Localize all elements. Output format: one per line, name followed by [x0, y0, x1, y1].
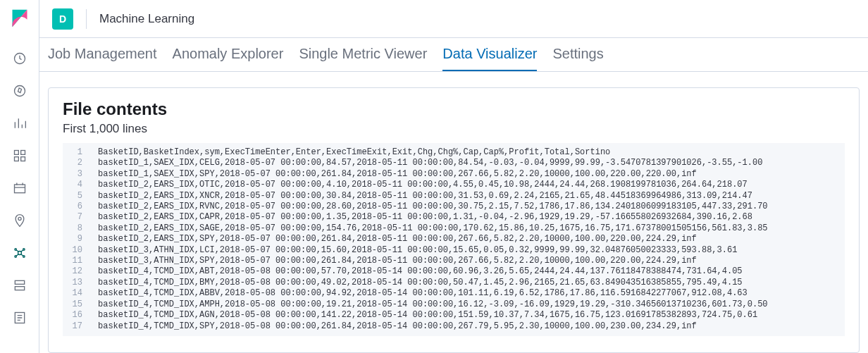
line-number: 13 — [63, 278, 98, 288]
file-line: 10basketID_3,ATHN_IDX,LCI,2018-05-07 00:… — [63, 245, 845, 256]
space-selector[interactable]: D — [52, 8, 73, 30]
line-number: 8 — [63, 223, 98, 234]
line-number: 5 — [63, 191, 98, 202]
svg-rect-4 — [14, 157, 18, 161]
logs-icon[interactable] — [12, 310, 27, 326]
file-line: 12basketID_4,TCMD_IDX,ABT,2018-05-08 00:… — [63, 266, 845, 277]
line-number: 12 — [63, 266, 98, 277]
svg-rect-2 — [14, 151, 18, 155]
discover-icon[interactable] — [12, 83, 27, 99]
line-text: basketID_1,SAEX_IDX,SPY,2018-05-07 00:00… — [98, 169, 697, 180]
recently-viewed-icon[interactable] — [12, 51, 27, 66]
file-line: 5basketID_2,EARS_IDX,XNCR,2018-05-07 00:… — [63, 191, 845, 202]
file-line: 11basketID_3,ATHN_IDX,SPY,2018-05-07 00:… — [63, 256, 845, 266]
file-contents-panel: File contents First 1,000 lines 1BasketI… — [48, 87, 860, 353]
file-line: 17basketID_4,TCMD_IDX,SPY,2018-05-08 00:… — [63, 321, 845, 332]
tab-data-visualizer[interactable]: Data Visualizer — [442, 38, 537, 71]
line-number: 3 — [63, 169, 98, 180]
tab-settings[interactable]: Settings — [552, 38, 603, 71]
file-line: 3basketID_1,SAEX_IDX,SPY,2018-05-07 00:0… — [63, 169, 845, 180]
main-area: D Machine Learning Job ManagementAnomaly… — [39, 0, 868, 353]
svg-point-1 — [14, 86, 25, 97]
file-line: 15basketID_4,TCMD_IDX,AMPH,2018-05-08 00… — [63, 299, 845, 310]
line-text: basketID_1,SAEX_IDX,CELG,2018-05-07 00:0… — [98, 158, 762, 168]
line-number: 4 — [63, 180, 98, 190]
line-text: basketID_3,ATHN_IDX,LCI,2018-05-07 00:00… — [98, 245, 737, 256]
file-line: 9basketID_2,EARS_IDX,SPY,2018-05-07 00:0… — [63, 234, 845, 244]
content-area: File contents First 1,000 lines 1BasketI… — [39, 72, 868, 353]
file-line: 1BasketID,BasketIndex,sym,ExecTimeEnter,… — [63, 147, 845, 158]
line-text: basketID_4,TCMD_IDX,ABBV,2018-05-08 00:0… — [98, 288, 748, 299]
svg-point-7 — [18, 217, 20, 220]
line-text: basketID_2,EARS_IDX,XNCR,2018-05-07 00:0… — [98, 191, 752, 202]
file-line: 16basketID_4,TCMD_IDX,AGN,2018-05-08 00:… — [63, 310, 845, 321]
file-line: 2basketID_1,SAEX_IDX,CELG,2018-05-07 00:… — [63, 158, 845, 168]
file-contents-code: 1BasketID,BasketIndex,sym,ExecTimeEnter,… — [63, 143, 845, 336]
line-number: 16 — [63, 310, 98, 321]
infrastructure-icon[interactable] — [12, 278, 27, 293]
ml-tabs: Job ManagementAnomaly ExplorerSingle Met… — [39, 38, 868, 72]
tab-anomaly-explorer[interactable]: Anomaly Explorer — [173, 38, 284, 71]
line-text: basketID_2,EARS_IDX,CAPR,2018-05-07 00:0… — [98, 212, 752, 223]
line-text: basketID_4,TCMD_IDX,ABT,2018-05-08 00:00… — [98, 266, 743, 277]
file-line: 7basketID_2,EARS_IDX,CAPR,2018-05-07 00:… — [63, 212, 845, 223]
maps-icon[interactable] — [12, 213, 27, 228]
global-nav-sidebar — [0, 0, 39, 353]
svg-rect-5 — [20, 157, 25, 161]
machine-learning-icon[interactable] — [12, 245, 27, 261]
tab-job-management[interactable]: Job Management — [48, 38, 157, 71]
line-text: basketID_2,EARS_IDX,SPY,2018-05-07 00:00… — [98, 234, 697, 244]
svg-rect-14 — [15, 287, 24, 290]
line-number: 15 — [63, 299, 98, 310]
line-text: basketID_4,TCMD_IDX,BMY,2018-05-08 00:00… — [98, 278, 743, 288]
line-number: 14 — [63, 288, 98, 299]
line-text: basketID_2,EARS_IDX,RVNC,2018-05-07 00:0… — [98, 202, 768, 212]
topbar-divider — [86, 9, 87, 29]
line-text: basketID_4,TCMD_IDX,SPY,2018-05-08 00:00… — [98, 321, 697, 332]
line-number: 11 — [63, 256, 98, 266]
file-line: 14basketID_4,TCMD_IDX,ABBV,2018-05-08 00… — [63, 288, 845, 299]
svg-rect-6 — [14, 185, 25, 193]
line-text: basketID_2,EARS_IDX,OTIC,2018-05-07 00:0… — [98, 180, 748, 190]
line-number: 7 — [63, 212, 98, 223]
dashboard-icon[interactable] — [12, 148, 27, 163]
line-text: basketID_3,ATHN_IDX,SPY,2018-05-07 00:00… — [98, 256, 697, 266]
file-line: 8basketID_2,EARS_IDX,SAGE,2018-05-07 00:… — [63, 223, 845, 234]
line-text: BasketID,BasketIndex,sym,ExecTimeEnter,E… — [98, 147, 610, 158]
svg-rect-13 — [15, 280, 24, 284]
line-text: basketID_2,EARS_IDX,SAGE,2018-05-07 00:0… — [98, 223, 768, 234]
line-number: 6 — [63, 202, 98, 212]
line-text: basketID_4,TCMD_IDX,AMPH,2018-05-08 00:0… — [98, 299, 768, 310]
app-title: Machine Learning — [99, 12, 194, 26]
kibana-logo[interactable] — [10, 8, 30, 28]
file-line: 6basketID_2,EARS_IDX,RVNC,2018-05-07 00:… — [63, 202, 845, 212]
panel-title: File contents — [63, 99, 845, 119]
file-line: 13basketID_4,TCMD_IDX,BMY,2018-05-08 00:… — [63, 278, 845, 288]
panel-subtitle: First 1,000 lines — [63, 122, 845, 136]
file-line: 4basketID_2,EARS_IDX,OTIC,2018-05-07 00:… — [63, 180, 845, 190]
line-number: 10 — [63, 245, 98, 256]
svg-rect-3 — [20, 151, 25, 155]
tab-single-metric-viewer[interactable]: Single Metric Viewer — [299, 38, 427, 71]
visualize-icon[interactable] — [12, 116, 27, 131]
line-number: 2 — [63, 158, 98, 168]
topbar: D Machine Learning — [39, 0, 868, 38]
line-number: 17 — [63, 321, 98, 332]
timelion-icon[interactable] — [12, 180, 27, 196]
line-text: basketID_4,TCMD_IDX,AGN,2018-05-08 00:00… — [98, 310, 757, 321]
line-number: 9 — [63, 234, 98, 244]
line-number: 1 — [63, 147, 98, 158]
